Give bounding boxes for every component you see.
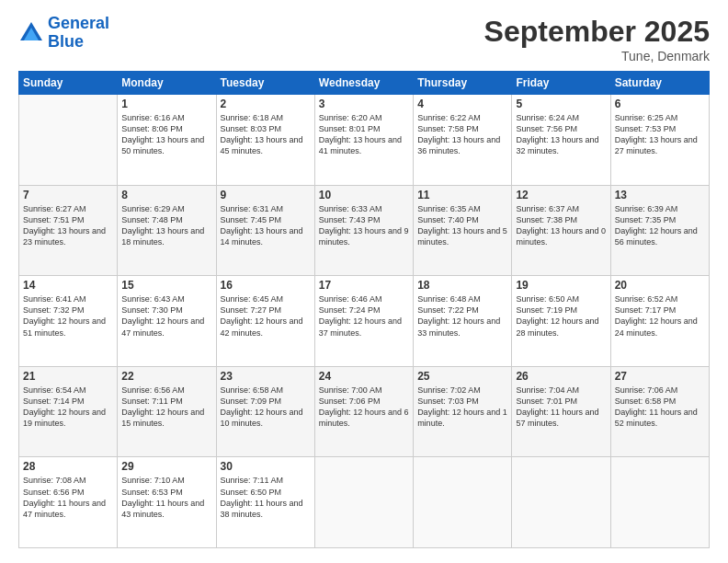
cell-details: Sunrise: 6:27 AM Sunset: 7:51 PM Dayligh… (23, 203, 113, 248)
table-row: 20Sunrise: 6:52 AM Sunset: 7:17 PM Dayli… (610, 276, 709, 367)
calendar-week-row: 28Sunrise: 7:08 AM Sunset: 6:56 PM Dayli… (19, 457, 710, 548)
day-number: 17 (319, 279, 409, 292)
header: General Blue September 2025 Tune, Denmar… (18, 15, 710, 63)
day-number: 16 (221, 279, 311, 292)
day-number: 11 (417, 189, 507, 201)
cell-details: Sunrise: 6:50 AM Sunset: 7:19 PM Dayligh… (516, 293, 606, 339)
cell-details: Sunrise: 6:29 AM Sunset: 7:48 PM Dayligh… (121, 203, 211, 248)
day-number: 8 (121, 189, 211, 201)
table-row: 3Sunrise: 6:20 AM Sunset: 8:01 PM Daylig… (314, 95, 413, 186)
cell-details: Sunrise: 7:02 AM Sunset: 7:03 PM Dayligh… (417, 385, 507, 430)
cell-details: Sunrise: 6:37 AM Sunset: 7:38 PM Dayligh… (516, 203, 606, 248)
calendar: Sunday Monday Tuesday Wednesday Thursday… (18, 71, 710, 548)
cell-details: Sunrise: 7:06 AM Sunset: 6:58 PM Dayligh… (615, 385, 705, 430)
logo-line1: General (48, 14, 109, 32)
cell-details: Sunrise: 6:58 AM Sunset: 7:09 PM Dayligh… (221, 385, 311, 430)
cell-details: Sunrise: 6:46 AM Sunset: 7:24 PM Dayligh… (319, 293, 409, 339)
day-number: 2 (221, 98, 311, 110)
table-row: 10Sunrise: 6:33 AM Sunset: 7:43 PM Dayli… (314, 185, 413, 276)
cell-details: Sunrise: 6:45 AM Sunset: 7:27 PM Dayligh… (221, 293, 311, 339)
logo-line2: Blue (48, 32, 84, 51)
day-number: 23 (221, 370, 311, 383)
day-number: 5 (516, 98, 606, 110)
day-number: 27 (615, 370, 705, 383)
table-row: 4Sunrise: 6:22 AM Sunset: 7:58 PM Daylig… (414, 95, 512, 186)
table-row: 11Sunrise: 6:35 AM Sunset: 7:40 PM Dayli… (414, 185, 512, 276)
cell-details: Sunrise: 6:39 AM Sunset: 7:35 PM Dayligh… (615, 203, 705, 248)
cell-details: Sunrise: 6:43 AM Sunset: 7:30 PM Dayligh… (121, 293, 211, 339)
logo-icon (18, 20, 44, 46)
cell-details: Sunrise: 7:10 AM Sunset: 6:53 PM Dayligh… (121, 475, 211, 520)
cell-details: Sunrise: 7:11 AM Sunset: 6:50 PM Dayligh… (221, 475, 311, 520)
table-row: 17Sunrise: 6:46 AM Sunset: 7:24 PM Dayli… (314, 276, 413, 367)
cell-details: Sunrise: 6:20 AM Sunset: 8:01 PM Dayligh… (319, 112, 409, 157)
table-row (314, 457, 413, 548)
cell-details: Sunrise: 6:24 AM Sunset: 7:56 PM Dayligh… (516, 112, 606, 157)
table-row: 25Sunrise: 7:02 AM Sunset: 7:03 PM Dayli… (414, 366, 512, 457)
table-row: 13Sunrise: 6:39 AM Sunset: 7:35 PM Dayli… (610, 185, 709, 276)
col-saturday: Saturday (610, 72, 709, 95)
table-row: 2Sunrise: 6:18 AM Sunset: 8:03 PM Daylig… (216, 95, 314, 186)
table-row: 26Sunrise: 7:04 AM Sunset: 7:01 PM Dayli… (512, 366, 610, 457)
cell-details: Sunrise: 6:52 AM Sunset: 7:17 PM Dayligh… (615, 293, 705, 339)
cell-details: Sunrise: 6:31 AM Sunset: 7:45 PM Dayligh… (221, 203, 311, 248)
table-row: 27Sunrise: 7:06 AM Sunset: 6:58 PM Dayli… (610, 366, 709, 457)
day-number: 26 (516, 370, 606, 383)
day-number: 7 (23, 189, 113, 201)
logo-text: General Blue (48, 15, 109, 52)
cell-details: Sunrise: 6:35 AM Sunset: 7:40 PM Dayligh… (417, 203, 507, 248)
day-number: 3 (319, 98, 409, 110)
cell-details: Sunrise: 6:54 AM Sunset: 7:14 PM Dayligh… (23, 385, 113, 430)
table-row (414, 457, 512, 548)
table-row: 16Sunrise: 6:45 AM Sunset: 7:27 PM Dayli… (216, 276, 314, 367)
col-tuesday: Tuesday (216, 72, 314, 95)
table-row: 21Sunrise: 6:54 AM Sunset: 7:14 PM Dayli… (19, 366, 118, 457)
table-row: 5Sunrise: 6:24 AM Sunset: 7:56 PM Daylig… (512, 95, 610, 186)
day-number: 6 (615, 98, 705, 110)
calendar-week-row: 7Sunrise: 6:27 AM Sunset: 7:51 PM Daylig… (19, 185, 710, 276)
day-number: 28 (23, 460, 113, 473)
table-row: 24Sunrise: 7:00 AM Sunset: 7:06 PM Dayli… (314, 366, 413, 457)
col-wednesday: Wednesday (314, 72, 413, 95)
table-row: 19Sunrise: 6:50 AM Sunset: 7:19 PM Dayli… (512, 276, 610, 367)
cell-details: Sunrise: 6:18 AM Sunset: 8:03 PM Dayligh… (221, 112, 311, 157)
table-row: 7Sunrise: 6:27 AM Sunset: 7:51 PM Daylig… (19, 185, 118, 276)
day-number: 25 (417, 370, 507, 383)
table-row: 1Sunrise: 6:16 AM Sunset: 8:06 PM Daylig… (118, 95, 216, 186)
col-monday: Monday (118, 72, 216, 95)
cell-details: Sunrise: 6:16 AM Sunset: 8:06 PM Dayligh… (121, 112, 211, 157)
day-number: 14 (23, 279, 113, 292)
table-row: 12Sunrise: 6:37 AM Sunset: 7:38 PM Dayli… (512, 185, 610, 276)
cell-details: Sunrise: 6:56 AM Sunset: 7:11 PM Dayligh… (121, 385, 211, 430)
col-thursday: Thursday (414, 72, 512, 95)
location: Tune, Denmark (484, 49, 710, 63)
day-number: 1 (121, 98, 211, 110)
day-number: 10 (319, 189, 409, 201)
calendar-header-row: Sunday Monday Tuesday Wednesday Thursday… (19, 72, 710, 95)
day-number: 22 (121, 370, 211, 383)
day-number: 30 (221, 460, 311, 473)
table-row: 9Sunrise: 6:31 AM Sunset: 7:45 PM Daylig… (216, 185, 314, 276)
cell-details: Sunrise: 7:00 AM Sunset: 7:06 PM Dayligh… (319, 385, 409, 430)
day-number: 15 (121, 279, 211, 292)
day-number: 4 (417, 98, 507, 110)
table-row: 29Sunrise: 7:10 AM Sunset: 6:53 PM Dayli… (118, 457, 216, 548)
table-row (610, 457, 709, 548)
table-row: 30Sunrise: 7:11 AM Sunset: 6:50 PM Dayli… (216, 457, 314, 548)
calendar-week-row: 21Sunrise: 6:54 AM Sunset: 7:14 PM Dayli… (19, 366, 710, 457)
table-row: 28Sunrise: 7:08 AM Sunset: 6:56 PM Dayli… (19, 457, 118, 548)
table-row (19, 95, 118, 186)
cell-details: Sunrise: 6:33 AM Sunset: 7:43 PM Dayligh… (319, 203, 409, 248)
day-number: 24 (319, 370, 409, 383)
day-number: 9 (221, 189, 311, 201)
day-number: 12 (516, 189, 606, 201)
day-number: 18 (417, 279, 507, 292)
col-friday: Friday (512, 72, 610, 95)
col-sunday: Sunday (19, 72, 118, 95)
calendar-week-row: 1Sunrise: 6:16 AM Sunset: 8:06 PM Daylig… (19, 95, 710, 186)
logo: General Blue (18, 15, 109, 52)
table-row: 23Sunrise: 6:58 AM Sunset: 7:09 PM Dayli… (216, 366, 314, 457)
day-number: 19 (516, 279, 606, 292)
cell-details: Sunrise: 6:25 AM Sunset: 7:53 PM Dayligh… (615, 112, 705, 157)
cell-details: Sunrise: 6:22 AM Sunset: 7:58 PM Dayligh… (417, 112, 507, 157)
